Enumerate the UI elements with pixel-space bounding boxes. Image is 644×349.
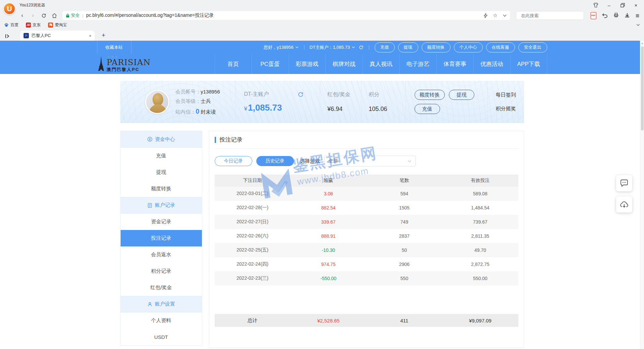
sidebar-item-personal-info[interactable]: 个人资料 <box>121 312 202 329</box>
pdf-tool-icon[interactable]: PDF <box>591 12 596 19</box>
points-label: 积分 <box>369 91 380 98</box>
tab-today-records[interactable]: 今日记录 <box>215 156 252 166</box>
sidebar-item-usdt[interactable]: USDT <box>121 329 202 345</box>
withdraw-button[interactable]: 提现 <box>449 90 474 100</box>
window-title: You123浏览器 <box>19 2 45 8</box>
mail-label: 站内信： <box>175 109 196 115</box>
coin-yen-icon <box>147 137 153 142</box>
game-select[interactable]: 全部 <box>324 156 416 166</box>
forward-button[interactable]: › <box>29 11 37 20</box>
sidebar-item-points-records[interactable]: 积分记录 <box>121 263 202 279</box>
sidebar-item-transfer[interactable]: 额度转换 <box>121 181 202 197</box>
select-game-label: 选择游戏 <box>300 158 320 164</box>
sidebar-item-rebate[interactable]: 会员返水 <box>121 246 202 263</box>
sidebar-section-records: 账户记录 <box>121 197 202 214</box>
refresh-icon[interactable] <box>298 91 304 98</box>
customer-service-chat-button[interactable] <box>616 175 632 191</box>
topbar-personal-center-button[interactable]: 个人中心 <box>454 42 483 52</box>
scrollbar-thumb[interactable] <box>641 46 644 130</box>
favorite-site-link[interactable]: 收藏本站 <box>97 41 131 54</box>
toolbar-collapse-icon[interactable] <box>636 24 644 26</box>
restore-button[interactable] <box>620 2 625 8</box>
transfer-button[interactable]: 额度转换 <box>415 90 445 100</box>
download-icon[interactable] <box>625 13 630 18</box>
sidebar-item-bet-records[interactable]: 投注记录 <box>121 230 202 246</box>
page-scrollbar[interactable]: ▲ <box>640 41 644 349</box>
reload-button[interactable] <box>40 11 48 20</box>
deposit-button[interactable]: 充值 <box>415 104 440 114</box>
nav-item-chess[interactable]: 棋牌对战 <box>326 54 362 74</box>
daily-signin-link[interactable]: 每日签到 <box>496 92 516 98</box>
search-box[interactable] <box>516 11 584 20</box>
undo-icon[interactable] <box>602 13 608 18</box>
nav-item-home[interactable]: 首页 <box>215 54 252 74</box>
divider <box>304 45 304 50</box>
search-input[interactable] <box>521 13 580 18</box>
site-navbar: THE PARISIAN 澳門巴黎人PC 首页 PC蛋蛋 彩票游戏 棋牌对战 真… <box>0 54 644 74</box>
main-wallet[interactable]: DT主账户：1,085.73 <box>310 44 363 50</box>
nav-item-lottery[interactable]: 彩票游戏 <box>289 54 326 74</box>
back-button[interactable]: ‹ <box>18 11 26 20</box>
table-header: 下注日期 输赢 笔数 有效投注 <box>215 174 518 187</box>
tab-sidebar-toggle-icon[interactable] <box>3 31 11 41</box>
bookmark-baidu[interactable]: 百度 <box>4 22 18 28</box>
lock-icon <box>66 13 70 18</box>
security-label: 安全 <box>71 12 80 18</box>
baidu-icon <box>4 23 9 27</box>
points-lottery-link[interactable]: 积分摇奖 <box>496 106 516 112</box>
site-utility-bar: 收藏本站 您好，y138956 DT主账户：1,085.73 充值 提现 <box>0 41 644 54</box>
refresh-icon[interactable] <box>359 45 363 50</box>
logo-name: PARISIAN <box>107 59 151 67</box>
level-label: 会员等级： <box>175 98 201 104</box>
topbar-logout-button[interactable]: 安全退出 <box>518 42 547 52</box>
skin-shirt-icon[interactable] <box>593 2 598 8</box>
topbar-withdraw-button[interactable]: 提现 <box>398 42 418 52</box>
url-separator: | <box>82 13 83 18</box>
account-label: 会员帐号： <box>175 89 201 94</box>
sidebar-item-redpacket[interactable]: 红包/奖金 <box>121 279 202 296</box>
nav-item-live[interactable]: 真人视讯 <box>362 54 399 74</box>
mail-count[interactable]: 0 <box>196 108 199 115</box>
address-dropdown-icon[interactable] <box>503 14 507 17</box>
sidebar-item-fund-records[interactable]: 资金记录 <box>121 214 202 230</box>
user-greeting[interactable]: 您好，y138956 <box>264 44 299 50</box>
menu-icon[interactable]: ≡ <box>636 12 639 19</box>
close-button[interactable]: × <box>633 2 639 8</box>
points-value: 105.06 <box>369 106 405 113</box>
table-row: 2022-02-23(三) -550.00 550 550.00 <box>215 271 518 285</box>
home-button[interactable] <box>50 11 58 20</box>
sidebar-item-deposit[interactable]: 充值 <box>121 148 202 164</box>
bookmark-taobao[interactable]: 淘 爱淘宝 <box>48 22 67 28</box>
topbar-transfer-button[interactable]: 额度转换 <box>422 42 450 52</box>
nav-item-app-download[interactable]: APP下载 <box>510 54 547 74</box>
table-row: 2022-03-01(二) 3.08 594 589.08 <box>215 187 518 201</box>
topbar-customer-service-button[interactable]: 在线客服 <box>486 42 515 52</box>
sidebar-item-withdraw[interactable]: 提现 <box>121 164 202 181</box>
new-tab-button[interactable]: + <box>99 31 108 40</box>
nav-item-sports[interactable]: 体育赛事 <box>436 54 473 74</box>
tab-history-records[interactable]: 历史记录 <box>256 156 294 166</box>
tab-close-icon[interactable]: × <box>89 33 91 38</box>
account-value: y138956 <box>201 89 220 94</box>
cloud-download-icon <box>620 201 629 208</box>
clean-brush-icon[interactable] <box>613 13 619 18</box>
nav-item-egames[interactable]: 电子游艺 <box>399 54 436 74</box>
bookmark-star-icon[interactable]: ☆ <box>493 12 497 18</box>
nav-item-promos[interactable]: 优惠活动 <box>473 54 510 74</box>
bookmark-jd[interactable]: JD 京东 <box>26 22 41 28</box>
address-bar[interactable]: 安全 | pc.blryl6.com/#/personal/accountLog… <box>62 11 510 20</box>
nav-item-pcdandan[interactable]: PC蛋蛋 <box>252 54 289 74</box>
instant-icon[interactable] <box>484 13 487 18</box>
scrollbar-up-arrow[interactable]: ▲ <box>640 41 644 46</box>
topbar-deposit-button[interactable]: 充值 <box>375 42 395 52</box>
level-value: 士兵 <box>201 98 211 104</box>
minimize-button[interactable]: – <box>606 2 612 8</box>
eiffel-tower-icon <box>97 56 105 72</box>
tab-parisian[interactable]: P 巴黎人PC × <box>20 31 95 41</box>
chevron-down-icon <box>407 160 412 162</box>
site-logo[interactable]: THE PARISIAN 澳門巴黎人PC <box>97 55 151 73</box>
game-select-value: 全部 <box>329 158 338 164</box>
floating-buttons <box>616 175 632 212</box>
cloud-download-button[interactable] <box>616 196 632 212</box>
wallet-balance: ¥1,085.73 <box>244 103 304 113</box>
